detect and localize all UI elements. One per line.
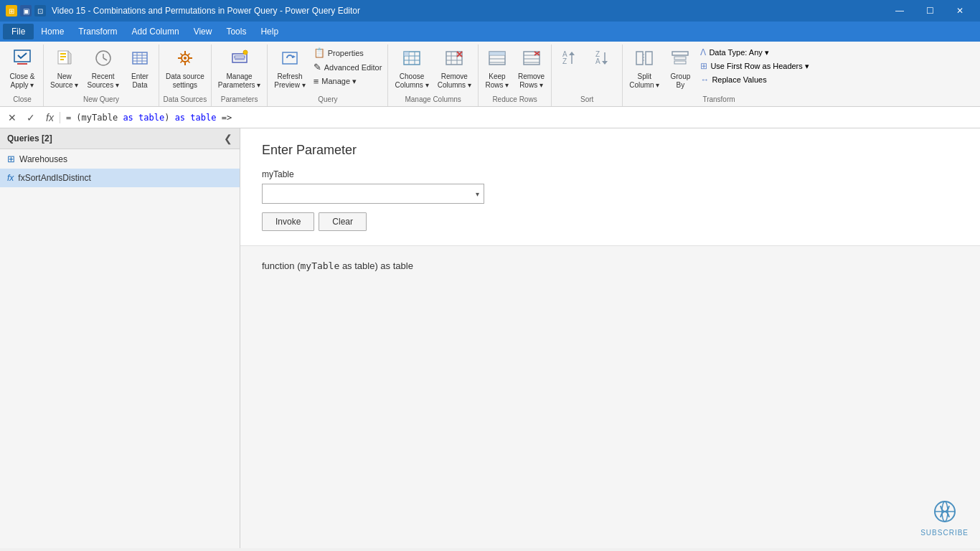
query-item-fxsort[interactable]: fx fxSortAndIsDistinct	[0, 169, 240, 187]
keep-rows-icon	[487, 48, 507, 71]
data-type-label: Data Type: Any ▾	[709, 48, 768, 57]
window-icons: ⊞ ▣ ⊡	[6, 5, 46, 17]
tools-menu[interactable]: Tools	[219, 24, 253, 39]
add-column-menu[interactable]: Add Column	[125, 24, 187, 39]
enter-data-label: EnterData	[131, 72, 149, 90]
remove-columns-button[interactable]: RemoveColumns ▾	[434, 46, 475, 92]
sidebar: Queries [2] ❮ ⊞ Warehouses fx fxSortAndI…	[0, 128, 240, 548]
menu-bar: File Home Transform Add Column View Tool…	[0, 22, 980, 42]
queries-header: Queries [2] ❮	[0, 128, 240, 149]
fx-icon: fx	[7, 173, 14, 183]
svg-point-21	[243, 50, 248, 55]
remove-columns-label: RemoveColumns ▾	[438, 72, 471, 90]
choose-columns-button[interactable]: ChooseColumns ▾	[391, 46, 432, 92]
formula-input[interactable]: = (myTable as table) as table =>	[63, 111, 977, 124]
new-source-button[interactable]: NewSource ▾	[47, 46, 82, 92]
recent-sources-button[interactable]: RecentSources ▾	[83, 46, 122, 92]
app-icon: ⊞	[6, 5, 17, 17]
ribbon-group-close: Close &Apply ▾ Close	[1, 44, 44, 106]
split-column-button[interactable]: SplitColumn ▾	[626, 46, 663, 92]
properties-button[interactable]: 📋 Properties	[311, 46, 385, 60]
data-source-settings-button[interactable]: Data sourcesettings	[162, 46, 208, 92]
svg-text:A: A	[595, 57, 600, 65]
advanced-editor-button[interactable]: ✎ Advanced Editor	[311, 60, 385, 74]
transform-buttons: SplitColumn ▾ GroupBy Ʌ Da	[626, 44, 812, 94]
sort-desc-button[interactable]: Z A	[588, 46, 619, 75]
svg-rect-22	[283, 52, 297, 64]
advanced-editor-label: Advanced Editor	[324, 63, 382, 72]
subscribe-text: SUBSCRIBE	[920, 529, 969, 537]
minimize-button[interactable]: —	[885, 0, 914, 22]
refresh-preview-button[interactable]: RefreshPreview ▾	[270, 46, 308, 92]
collapse-sidebar-button[interactable]: ❮	[224, 133, 232, 144]
manage-button[interactable]: ≡ Manage ▾	[311, 75, 385, 88]
data-type-button[interactable]: Ʌ Data Type: Any ▾	[697, 46, 811, 59]
transform-right: Ʌ Data Type: Any ▾ ⊞ Use First Row as He…	[697, 46, 811, 86]
subscribe-icon	[933, 500, 956, 527]
keep-rows-label: KeepRows ▾	[486, 72, 509, 90]
clear-button[interactable]: Clear	[319, 212, 367, 231]
recent-sources-label: RecentSources ▾	[87, 72, 118, 90]
svg-rect-4	[60, 56, 66, 57]
parameters-label: Parameters	[215, 94, 264, 103]
enter-data-button[interactable]: EnterData	[124, 46, 156, 92]
formula-equals: = (myTable	[66, 113, 123, 123]
svg-rect-60	[674, 57, 686, 60]
help-menu[interactable]: Help	[253, 24, 286, 39]
keep-rows-button[interactable]: KeepRows ▾	[481, 46, 513, 92]
query-label: Query	[270, 94, 385, 103]
function-code: myTable	[300, 260, 339, 271]
cancel-formula-button[interactable]: ✕	[3, 108, 22, 127]
close-apply-button[interactable]: Close &Apply ▾	[4, 46, 40, 92]
file-menu[interactable]: File	[3, 24, 34, 39]
remove-columns-icon	[444, 48, 464, 71]
close-window-button[interactable]: ✕	[946, 0, 974, 22]
formula-arrow: =>	[216, 113, 232, 123]
svg-rect-57	[646, 52, 652, 65]
use-first-row-label: Use First Row as Headers ▾	[710, 62, 809, 71]
sort-buttons: A Z Z A	[555, 44, 619, 94]
query-name-warehouses: Warehouses	[19, 154, 67, 164]
transform-menu[interactable]: Transform	[71, 24, 124, 39]
ribbon-group-transform: SplitColumn ▾ GroupBy Ʌ Da	[623, 44, 815, 106]
replace-values-button[interactable]: ↔ Replace Values	[697, 73, 811, 86]
formula-table-word: table	[138, 113, 164, 123]
formula-table-kw	[133, 113, 138, 123]
svg-marker-51	[569, 52, 575, 55]
function-section: function (myTable as table) as table	[240, 246, 980, 548]
refresh-preview-label: RefreshPreview ▾	[274, 72, 305, 90]
close-apply-icon	[12, 48, 32, 71]
maximize-button[interactable]: ☐	[915, 0, 944, 22]
replace-values-label: Replace Values	[712, 75, 766, 84]
group-by-label: GroupBy	[671, 72, 691, 90]
close-group-label: Close	[4, 94, 40, 103]
close-apply-label: Close &Apply ▾	[9, 72, 34, 90]
enter-parameter-section: Enter Parameter myTable ▾ Invoke Clear	[240, 128, 980, 246]
ribbon-group-parameters: ManageParameters ▾ Parameters	[212, 44, 268, 106]
svg-rect-61	[674, 61, 686, 64]
param-dropdown[interactable]: ▾	[262, 184, 484, 204]
svg-marker-23	[293, 55, 296, 58]
query-name-fxsort: fxSortAndIsDistinct	[18, 173, 90, 183]
new-source-label: NewSource ▾	[50, 72, 78, 90]
home-menu[interactable]: Home	[34, 24, 71, 39]
formula-rest: )	[164, 113, 174, 123]
new-query-buttons: NewSource ▾ RecentSources ▾	[47, 44, 156, 94]
accept-formula-button[interactable]: ✓	[22, 108, 40, 127]
use-first-row-button[interactable]: ⊞ Use First Row as Headers ▾	[697, 60, 811, 72]
manage-parameters-button[interactable]: ManageParameters ▾	[215, 46, 264, 92]
title-bar: ⊞ ▣ ⊡ Video 15 - Combinations and Permut…	[0, 0, 980, 22]
svg-rect-3	[60, 53, 66, 55]
remove-rows-button[interactable]: RemoveRows ▾	[514, 46, 548, 92]
invoke-button[interactable]: Invoke	[262, 212, 314, 231]
svg-rect-19	[235, 56, 245, 58]
group-by-button[interactable]: GroupBy	[664, 46, 696, 92]
queries-title: Queries [2]	[7, 133, 52, 143]
query-item-warehouses[interactable]: ⊞ Warehouses	[0, 149, 240, 169]
sort-asc-button[interactable]: A Z	[555, 46, 586, 75]
refresh-preview-icon	[280, 48, 300, 71]
view-menu[interactable]: View	[187, 24, 220, 39]
group-by-icon	[670, 48, 690, 71]
manage-label: Manage ▾	[321, 77, 357, 86]
query-right-buttons: 📋 Properties ✎ Advanced Editor ≡ Manage …	[311, 46, 385, 88]
